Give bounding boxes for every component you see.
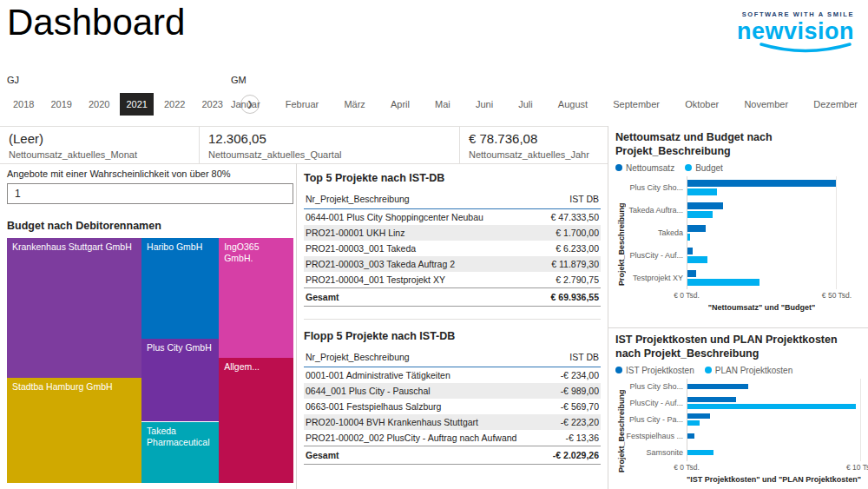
legend-dot (615, 367, 622, 373)
legend-dot (705, 367, 712, 373)
bar-Budget[interactable] (687, 256, 707, 263)
bar-PLAN Projektkosten[interactable] (687, 420, 700, 426)
bar-PLAN Projektkosten[interactable] (687, 404, 856, 409)
legend-item-Nettoumsatz[interactable]: Nettoumsatz (615, 163, 674, 173)
treemap-block[interactable]: Takeda Pharmaceutical (141, 422, 219, 484)
bar-Nettoumsatz[interactable] (687, 270, 696, 277)
category-label: Festspielhaus ... (628, 428, 683, 445)
bar-IST Projektkosten[interactable] (687, 433, 694, 439)
bar-row (687, 221, 837, 244)
year-option-2018[interactable]: 2018 (7, 93, 40, 116)
table-row[interactable]: PRO21-00001 UKH Linz€ 1.700,00 (304, 225, 601, 241)
right-column: Nettoumsatz und Budget nach Projekt_Besc… (608, 126, 868, 489)
month-option-mai[interactable]: Mai (435, 93, 450, 116)
month-option-dezember[interactable]: Dezember (813, 93, 858, 116)
category-label: Takeda (628, 221, 683, 244)
year-option-2023[interactable]: 2023 (195, 93, 228, 116)
table-row[interactable]: PRO20-10004 BVH Krankenhaus Stuttgart-€ … (304, 414, 601, 430)
bar-PLAN Projektkosten[interactable] (687, 450, 713, 455)
column-header-project[interactable]: Nr_Projekt_Beschreibung (304, 191, 529, 209)
bar-IST Projektkosten[interactable] (687, 413, 710, 419)
bar-Nettoumsatz[interactable] (687, 248, 693, 254)
angebote-value-box[interactable]: 1 (7, 183, 293, 204)
treemap-block[interactable]: Stadtba Hamburg GmbH (7, 378, 141, 483)
month-option-juni[interactable]: Juni (476, 93, 493, 116)
value-cell: -€ 223,20 (529, 414, 601, 430)
treemap-block[interactable]: Plus City GmbH (141, 339, 219, 422)
bar-row (687, 379, 861, 395)
flopp5-table-section: Flopp 5 Projekte nach IST-DB Nr_Projekt_… (304, 319, 601, 465)
x-axis-title: "Nettoumsatz" und "Budget" (687, 303, 837, 312)
month-option-februar[interactable]: Februar (286, 93, 319, 116)
column-header-istdb[interactable]: IST DB (529, 191, 601, 209)
month-option-september[interactable]: September (613, 93, 660, 116)
project-name-cell: 0644-001 Plus City Shoppingcenter Neubau (304, 209, 529, 226)
column-header-project[interactable]: Nr_Projekt_Beschreibung (304, 349, 529, 367)
chart-legend: NettoumsatzBudget (615, 163, 868, 173)
bar-Nettoumsatz[interactable] (687, 202, 723, 209)
table-row[interactable]: 0644_001 Plus City - Pauschal-€ 989,00 (304, 383, 601, 399)
value-cell: -€ 989,00 (529, 383, 601, 399)
value-cell: -€ 569,70 (529, 399, 601, 414)
kpi-card: (Leer)Nettoumsatz_aktuelles_Monat (0, 127, 200, 163)
table-total-row: Gesamt€ 69.936,55 (304, 288, 601, 307)
month-option-märz[interactable]: März (344, 93, 365, 116)
bar-IST Projektkosten[interactable] (687, 384, 748, 389)
value-cell: € 11.879,30 (529, 256, 601, 272)
table-row[interactable]: PRO21-00002_002 PlusCity - Auftrag nach … (304, 430, 601, 446)
kpi-card: € 78.736,08Nettoumsatz_aktuelles_Jahr (460, 127, 608, 163)
chart-body: Projekt_Beschreibung Plus City Sho...Plu… (615, 379, 868, 484)
x-axis-ticks: € 0 Tsd.€ 50 Tsd. (687, 291, 837, 301)
treemap-block[interactable]: Haribo GmbH (141, 238, 219, 339)
category-label: Testprojekt XY (628, 267, 683, 289)
legend-item-PLAN Projektkosten[interactable]: PLAN Projektkosten (705, 366, 793, 375)
column-header-istdb[interactable]: IST DB (529, 349, 601, 367)
table-header-row: Nr_Projekt_Beschreibung IST DB (304, 191, 601, 209)
month-option-august[interactable]: August (558, 93, 588, 116)
table-row[interactable]: PRO21-00004_001 Testprojekt XY€ 2.790,75 (304, 272, 601, 288)
page-title: Dashboard (7, 2, 185, 43)
legend-dot (685, 164, 692, 171)
bar-Nettoumsatz[interactable] (687, 225, 706, 232)
bar-IST Projektkosten[interactable] (687, 397, 736, 402)
treemap-block[interactable]: Allgem... (219, 358, 293, 483)
bar-Nettoumsatz[interactable] (687, 180, 837, 187)
bar-Budget[interactable] (687, 279, 760, 286)
kpi-label: Nettoumsatz_aktuelles_Quartal (208, 149, 450, 160)
legend-label: Nettoumsatz (626, 163, 674, 173)
month-option-januar[interactable]: Januar (231, 93, 260, 116)
bar-row (687, 428, 861, 445)
legend-item-Budget[interactable]: Budget (685, 163, 723, 173)
month-option-oktober[interactable]: Oktober (685, 93, 719, 116)
chart-body: Projekt_Beschreibung Plus City Sho...Tak… (615, 176, 868, 312)
year-option-2022[interactable]: 2022 (158, 93, 191, 116)
year-option-2021[interactable]: 2021 (120, 93, 153, 116)
month-option-april[interactable]: April (391, 93, 410, 116)
table-row[interactable]: PRO21-00003_003 Takeda Auftrag 2€ 11.879… (304, 256, 601, 272)
bar-Budget[interactable] (687, 211, 713, 218)
year-option-2019[interactable]: 2019 (44, 93, 77, 116)
table-row[interactable]: 0663-001 Festspielhaus Salzburg-€ 569,70 (304, 399, 601, 414)
category-label: Plus City - Pa... (628, 412, 683, 428)
treemap-block[interactable]: IngO365 GmbH. (219, 238, 293, 358)
bar-Budget[interactable] (687, 188, 717, 195)
table-row[interactable]: 0644-001 Plus City Shoppingcenter Neubau… (304, 209, 601, 226)
month-slicer: GM JanuarFebruarMärzAprilMaiJuniJuliAugu… (231, 75, 858, 116)
bar-Budget[interactable] (687, 234, 690, 241)
table-row[interactable]: PRO21-00003_001 Takeda€ 6.233,00 (304, 241, 601, 256)
gridline (836, 176, 837, 289)
legend-item-IST Projektkosten[interactable]: IST Projektkosten (615, 366, 694, 375)
project-name-cell: PRO20-10004 BVH Krankenhaus Stuttgart (304, 414, 529, 430)
treemap-block-label: Takeda Pharmaceutical (141, 422, 219, 452)
budget-treemap: Krankenhaus Stuttgart GmbHStadtba Hambur… (7, 238, 293, 483)
plot-area-wrap: € 0 Tsd.€ 10 Tsd. "IST Projektkosten" un… (687, 379, 861, 484)
value-cell: -€ 234,00 (529, 367, 601, 384)
project-name-cell: PRO21-00001 UKH Linz (304, 225, 529, 241)
month-option-juli[interactable]: Juli (518, 93, 533, 116)
month-option-november[interactable]: November (744, 93, 788, 116)
table-row[interactable]: 0001-001 Administrative Tätigkeiten-€ 23… (304, 367, 601, 384)
year-option-2020[interactable]: 2020 (82, 93, 115, 116)
top5-table-section: Top 5 Projekte nach IST-DB Nr_Projekt_Be… (304, 172, 601, 307)
treemap-block[interactable]: Krankenhaus Stuttgart GmbH (7, 238, 141, 378)
table-header-row: Nr_Projekt_Beschreibung IST DB (304, 349, 601, 367)
